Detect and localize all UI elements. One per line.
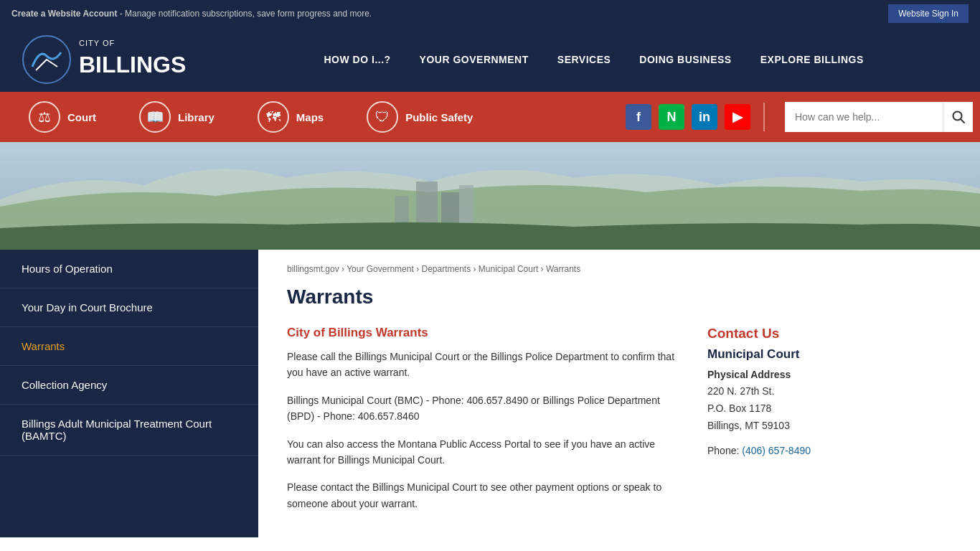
social-search-area: f N in ▶ [626, 102, 973, 132]
content-area: billingsmt.gov › Your Government › Depar… [258, 250, 980, 537]
public-safety-label: Public Safety [405, 111, 473, 123]
quick-link-court[interactable]: ⚖ Court [7, 92, 118, 142]
breadcrumb-municipal-court[interactable]: Municipal Court [479, 264, 538, 274]
nav-explore-billings[interactable]: EXPLORE BILLINGS [760, 54, 864, 65]
breadcrumb-home[interactable]: billingsmt.gov [287, 264, 339, 274]
quick-link-maps[interactable]: 🗺 Maps [236, 92, 345, 142]
top-banner: Create a Website Account - Manage notifi… [0, 0, 980, 27]
maps-label: Maps [296, 111, 324, 123]
main-column: City of Billings Warrants Please call th… [287, 326, 679, 523]
sign-in-button[interactable]: Website Sign In [888, 4, 969, 23]
main-section-title: City of Billings Warrants [287, 326, 679, 340]
nav-doing-business[interactable]: DOING BUSINESS [639, 54, 731, 65]
breadcrumb-sep3: › [541, 264, 546, 274]
search-button[interactable] [943, 102, 973, 132]
contact-phone-link[interactable]: (406) 657-8490 [742, 445, 811, 456]
court-icon: ⚖ [29, 101, 60, 133]
billings-label: Billings [79, 49, 186, 81]
logo-text: CITY OF Billings [79, 38, 186, 81]
search-divider [763, 103, 765, 131]
sidebar-item-hours-of-operation[interactable]: Hours of Operation [0, 250, 258, 288]
sidebar-item-bamtc[interactable]: Billings Adult Municipal Treatment Court… [0, 405, 258, 456]
contact-phone-label: Phone: [707, 445, 739, 456]
contact-address-line1: 220 N. 27th St. [707, 385, 774, 397]
main-nav: HOW DO I...? YOUR GOVERNMENT SERVICES DO… [229, 54, 958, 65]
main-body-2: Billings Municipal Court (BMC) - Phone: … [287, 392, 679, 425]
breadcrumb-sep2: › [473, 264, 479, 274]
facebook-icon[interactable]: f [626, 104, 651, 130]
contact-address: 220 N. 27th St. P.O. Box 1178 Billings, … [707, 383, 951, 434]
search-bar [785, 102, 973, 132]
orange-bar: ⚖ Court 📖 Library 🗺 Maps 🛡 Public Safety… [0, 92, 980, 142]
logo[interactable]: CITY OF Billings [22, 34, 186, 85]
court-label: Court [67, 111, 96, 123]
youtube-icon[interactable]: ▶ [725, 104, 750, 130]
create-account-link[interactable]: Create a Website Account [11, 9, 117, 19]
public-safety-icon: 🛡 [367, 101, 398, 133]
nextdoor-icon[interactable]: N [659, 104, 684, 130]
contact-address-label: Physical Address [707, 369, 951, 380]
breadcrumb-departments[interactable]: Departments [421, 264, 471, 274]
sidebar-item-your-day-in-court-brochure[interactable]: Your Day in Court Brochure [0, 288, 258, 327]
search-icon [951, 110, 966, 124]
quick-links: ⚖ Court 📖 Library 🗺 Maps 🛡 Public Safety [7, 92, 494, 142]
breadcrumb-current: Warrants [546, 264, 580, 274]
side-column: Contact Us Municipal Court Physical Addr… [707, 326, 951, 523]
linkedin-icon[interactable]: in [692, 104, 717, 130]
contact-heading: Contact Us [707, 326, 951, 342]
main-body-3: You can also access the Montana Public A… [287, 436, 679, 468]
breadcrumb-your-government[interactable]: Your Government [347, 264, 414, 274]
library-icon: 📖 [139, 101, 171, 133]
search-input[interactable] [785, 102, 943, 132]
site-header: CITY OF Billings HOW DO I...? YOUR GOVER… [0, 27, 980, 92]
quick-link-public-safety[interactable]: 🛡 Public Safety [345, 92, 494, 142]
nav-your-government[interactable]: YOUR GOVERNMENT [420, 54, 529, 65]
library-label: Library [178, 111, 215, 123]
contact-subheading: Municipal Court [707, 347, 951, 362]
logo-icon [22, 34, 72, 85]
contact-address-line2: P.O. Box 1178 [707, 402, 771, 414]
maps-icon: 🗺 [258, 101, 289, 133]
contact-address-line3: Billings, MT 59103 [707, 420, 790, 431]
hero-mountains-svg [0, 142, 980, 250]
banner-text: Create a Website Account - Manage notifi… [11, 9, 372, 19]
sidebar-item-warrants[interactable]: Warrants [0, 327, 258, 366]
city-of-label: CITY OF [79, 39, 115, 47]
two-column-layout: City of Billings Warrants Please call th… [287, 326, 951, 523]
banner-description: - Manage notification subscriptions, sav… [117, 9, 372, 19]
sidebar: Hours of Operation Your Day in Court Bro… [0, 250, 258, 537]
svg-line-2 [961, 119, 964, 123]
nav-services[interactable]: SERVICES [557, 54, 611, 65]
page-title: Warrants [287, 286, 951, 309]
main-content: Hours of Operation Your Day in Court Bro… [0, 250, 980, 537]
hero-image [0, 142, 980, 250]
quick-link-library[interactable]: 📖 Library [118, 92, 236, 142]
main-body-4: Please contact the Billings Municipal Co… [287, 479, 679, 512]
nav-how-do-i[interactable]: HOW DO I...? [324, 54, 391, 65]
contact-phone-row: Phone: (406) 657-8490 [707, 443, 951, 460]
breadcrumb: billingsmt.gov › Your Government › Depar… [287, 264, 951, 274]
sidebar-item-collection-agency[interactable]: Collection Agency [0, 366, 258, 405]
main-body-1: Please call the Billings Municipal Court… [287, 349, 679, 381]
